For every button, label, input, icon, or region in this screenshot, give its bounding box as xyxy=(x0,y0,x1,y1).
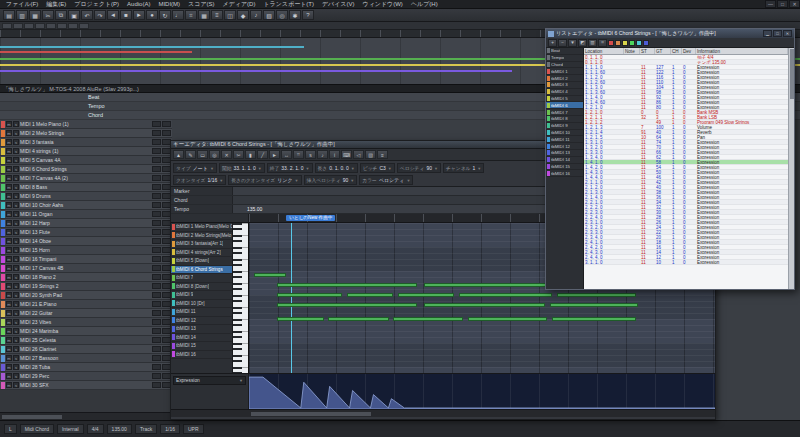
mute-button[interactable]: m xyxy=(6,355,12,361)
track-record-button[interactable] xyxy=(152,265,161,271)
snap-toggle-icon[interactable]: ⌗ xyxy=(598,39,607,47)
sidebar-track-item[interactable]: Tempo xyxy=(546,55,583,62)
track-record-button[interactable] xyxy=(152,328,161,334)
solo-button[interactable]: s xyxy=(13,337,19,343)
editor-track-row[interactable]: tbMIDI 8 [Down] xyxy=(171,283,232,292)
track-row[interactable]: m s MIDI 12 Harp xyxy=(0,219,172,228)
acoustic-feedback-icon[interactable]: ♪ xyxy=(317,150,328,159)
project-tool-button[interactable] xyxy=(46,23,56,29)
editor-track-row[interactable]: tbMIDI 10 [Dr] xyxy=(171,300,232,309)
track-row[interactable]: m s MIDI 8 Bass xyxy=(0,183,172,192)
solo-button[interactable]: s xyxy=(13,283,19,289)
maximize-icon[interactable]: □ xyxy=(773,30,782,37)
pencil-tool-icon[interactable]: ✎ xyxy=(185,150,196,159)
menu-item[interactable]: ヘルプ(H) xyxy=(407,0,442,9)
mute-tool-icon[interactable]: ✕ xyxy=(221,150,232,159)
sidebar-track-item[interactable]: tbMIDI 2 xyxy=(546,75,583,82)
column-header-information[interactable]: Information xyxy=(696,48,788,54)
filter-icon[interactable]: ▼ xyxy=(568,39,577,47)
mute-button[interactable]: m xyxy=(6,328,12,334)
midi-note[interactable] xyxy=(557,293,636,297)
mute-button[interactable]: m xyxy=(6,310,12,316)
track-row[interactable]: m s MIDI 25 Celesta xyxy=(0,336,172,345)
event-row[interactable]: 3. 1. 1. 0 11 10 1 0 Expression xyxy=(584,260,788,265)
eraser-tool-icon[interactable]: ▭ xyxy=(197,150,208,159)
filter-color-chip[interactable] xyxy=(615,40,621,46)
sidebar-track-item[interactable]: tbMIDI 12 xyxy=(546,143,583,150)
sidebar-track-item[interactable]: tbMIDI 15 xyxy=(546,164,583,171)
project-tool-button[interactable] xyxy=(2,23,12,29)
midi-note[interactable] xyxy=(459,293,552,297)
solo-button[interactable]: s xyxy=(13,256,19,262)
track-row[interactable]: m s MIDI 15 Horn xyxy=(0,246,172,255)
project-tool-button[interactable] xyxy=(24,23,34,29)
track-row[interactable]: m s MIDI 18 Piano 2 xyxy=(0,273,172,282)
minimize-icon[interactable]: ▁ xyxy=(763,30,772,37)
scrollbar-thumb[interactable] xyxy=(790,49,794,99)
maximize-icon[interactable]: □ xyxy=(777,0,788,8)
editor-track-row[interactable]: tbMIDI 11 xyxy=(171,308,232,317)
open-icon[interactable]: ▥ xyxy=(16,10,28,20)
mute-button[interactable]: m xyxy=(6,292,12,298)
sidebar-track-item[interactable]: tbMIDI 11 xyxy=(546,136,583,143)
track-row[interactable]: m s MIDI 30 SFX xyxy=(0,381,172,390)
sidebar-track-item[interactable]: tbMIDI 3 xyxy=(546,82,583,89)
tool-field[interactable]: 長さのクオンタイズ リンク ▼ xyxy=(228,175,301,185)
editor-track-row[interactable]: tbMIDI 9 xyxy=(171,291,232,300)
transport-segment[interactable]: L xyxy=(4,424,17,434)
editor-track-row[interactable]: tbMIDI 13 xyxy=(171,325,232,334)
track-record-button[interactable] xyxy=(152,130,161,136)
midi-note[interactable] xyxy=(277,293,342,297)
pool-icon[interactable]: ◫ xyxy=(224,10,236,20)
filter-color-chip[interactable] xyxy=(608,40,614,46)
editor-track-row[interactable]: tbMIDI 5 [Down] xyxy=(171,257,232,266)
cycle-marker-label[interactable]: いとしのNew 作曲中 xyxy=(286,215,335,221)
track-record-button[interactable] xyxy=(152,202,161,208)
autoscroll-icon[interactable]: ↔ xyxy=(281,150,292,159)
playback-tool-icon[interactable]: ► xyxy=(269,150,280,159)
project-horizontal-scrollbar[interactable] xyxy=(0,412,172,420)
track-row[interactable]: m s MIDI 24 Marimba xyxy=(0,327,172,336)
mute-button[interactable]: m xyxy=(6,256,12,262)
solo-button[interactable]: s xyxy=(13,355,19,361)
sidebar-track-item[interactable]: tbMIDI 9 xyxy=(546,123,583,130)
track-row[interactable]: m s MIDI 27 Bassoon xyxy=(0,354,172,363)
solo-button[interactable]: s xyxy=(13,121,19,127)
mute-button[interactable]: m xyxy=(6,211,12,217)
solo-button[interactable]: s xyxy=(13,247,19,253)
solo-button[interactable]: s xyxy=(13,373,19,379)
redo-icon[interactable]: ↷ xyxy=(94,10,106,20)
track-record-button[interactable] xyxy=(152,337,161,343)
tool-field[interactable]: カラー ベロシティ ▼ xyxy=(359,175,413,185)
editor-track-row[interactable]: tbMIDI 15 xyxy=(171,342,232,351)
track-monitor-button[interactable] xyxy=(162,130,171,136)
track-record-button[interactable] xyxy=(152,301,161,307)
track-record-button[interactable] xyxy=(152,274,161,280)
step-input-icon[interactable]: ⌨ xyxy=(341,150,352,159)
track-record-button[interactable] xyxy=(152,319,161,325)
new-project-icon[interactable]: ▤ xyxy=(3,10,15,20)
sidebar-track-item[interactable]: tbMIDI 16 xyxy=(546,170,583,177)
mute-button[interactable]: m xyxy=(6,202,12,208)
color-mode-icon[interactable]: ▧ xyxy=(365,150,376,159)
filter-color-chip[interactable] xyxy=(622,40,628,46)
solo-button[interactable]: s xyxy=(13,157,19,163)
record-icon[interactable]: ● xyxy=(146,10,158,20)
track-row[interactable]: m s MIDI 22 Guitar xyxy=(0,309,172,318)
project-tool-button[interactable] xyxy=(68,23,78,29)
info-field[interactable]: 終了 33. 2. 1. 0 ▼ xyxy=(267,163,313,173)
track-record-button[interactable] xyxy=(152,346,161,352)
close-icon[interactable]: ✕ xyxy=(783,30,792,37)
grid-icon[interactable]: ▦ xyxy=(198,10,210,20)
track-row[interactable]: m s MIDI 19 Strings 2 xyxy=(0,282,172,291)
solo-button[interactable]: s xyxy=(13,211,19,217)
sidebar-track-item[interactable]: tbMIDI 10 xyxy=(546,130,583,137)
menu-item[interactable]: 編集(E) xyxy=(42,0,70,9)
open-list-icon[interactable]: ≡ xyxy=(377,150,388,159)
line-tool-icon[interactable]: ╱ xyxy=(257,150,268,159)
solo-button[interactable]: s xyxy=(13,220,19,226)
paste-icon[interactable]: ▣ xyxy=(68,10,80,20)
help-icon[interactable]: ? xyxy=(302,10,314,20)
track-record-button[interactable] xyxy=(152,184,161,190)
transport-segment[interactable]: 4/4 xyxy=(87,424,104,434)
